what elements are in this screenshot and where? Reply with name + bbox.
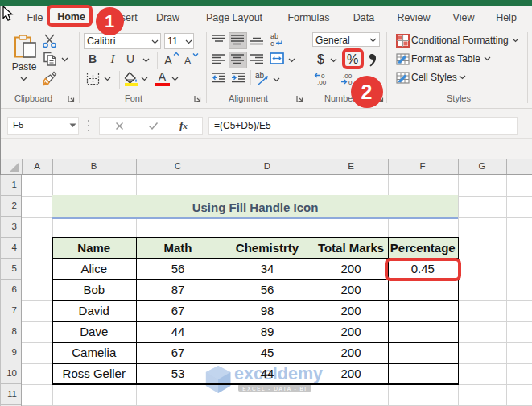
svg-text:ab: ab <box>255 71 265 80</box>
svg-text:c: c <box>270 39 274 47</box>
svg-text:.00: .00 <box>317 79 327 85</box>
